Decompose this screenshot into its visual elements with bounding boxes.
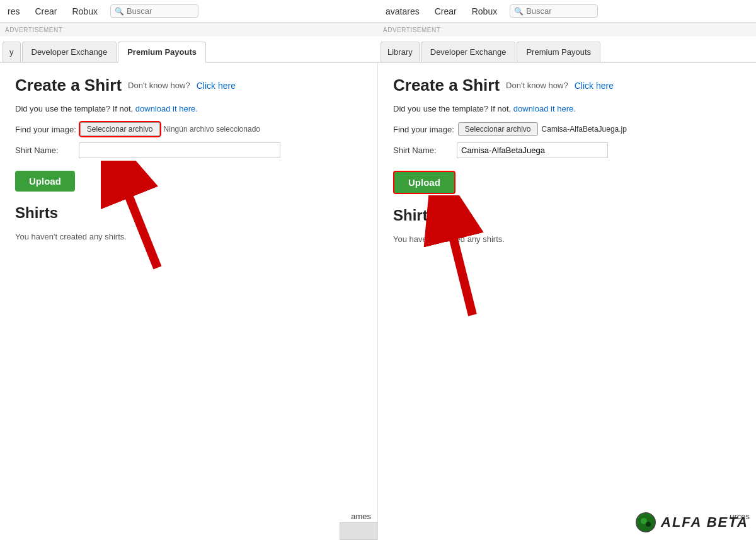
left-shirt-name-label: Shirt Name:	[15, 146, 75, 155]
nav-item-avatares[interactable]: avatares	[383, 3, 422, 20]
ad-label-left: ADVERTISEMENT	[0, 26, 378, 33]
left-shirt-name-row: Shirt Name:	[15, 142, 362, 158]
watermark: ALFA BETA	[636, 512, 748, 532]
svg-line-3	[447, 214, 472, 315]
right-template-line: Did you use the template? If not, downlo…	[393, 104, 741, 113]
search-box-right[interactable]: 🔍	[510, 4, 598, 18]
tab-developer-exchange-left[interactable]: Developer Exchange	[22, 42, 117, 62]
nav-bar: res Crear Robux 🔍 avatares Crear Robux 🔍	[0, 0, 756, 23]
left-template-link[interactable]: download it here.	[135, 104, 198, 113]
left-upload-button[interactable]: Upload	[15, 171, 75, 192]
search-box-left[interactable]: 🔍	[110, 4, 198, 18]
right-panel: Create a Shirt Don't know how? Click her…	[378, 63, 756, 540]
right-shirt-name-row: Shirt Name:	[393, 142, 741, 158]
right-click-here-link[interactable]: Click here	[575, 81, 614, 91]
right-upload-button[interactable]: Upload	[393, 171, 455, 194]
left-no-shirts-text: You haven't created any shirts.	[15, 232, 362, 241]
nav-item-res[interactable]: res	[5, 3, 22, 20]
right-find-image-label: Find your image:	[393, 125, 454, 134]
right-find-image-row: Find your image: Seleccionar archivo Cam…	[393, 122, 741, 136]
left-shirt-name-input[interactable]	[79, 142, 280, 158]
bottom-left-box	[340, 522, 377, 540]
bottom-left-partial: ames	[351, 512, 371, 521]
left-file-select-button[interactable]: Seleccionar archivo	[80, 122, 160, 136]
watermark-text: ALFA BETA	[661, 514, 748, 531]
nav-right: avatares Crear Robux 🔍	[378, 3, 756, 20]
main-area: Create a Shirt Don't know how? Click her…	[0, 63, 756, 540]
tab-library-right[interactable]: Library	[381, 42, 420, 62]
search-input-left[interactable]	[127, 6, 190, 16]
nav-item-robux-left[interactable]: Robux	[69, 3, 100, 20]
search-icon-right: 🔍	[514, 7, 524, 16]
left-click-here-link[interactable]: Click here	[197, 81, 236, 91]
nav-left: res Crear Robux 🔍	[0, 3, 378, 20]
search-icon-left: 🔍	[115, 7, 124, 16]
right-create-title: Create a Shirt	[393, 76, 500, 95]
right-file-select-button[interactable]: Seleccionar archivo	[458, 122, 538, 136]
left-no-file-text: Ningún archivo seleccionado	[164, 125, 260, 134]
tab-developer-exchange-right[interactable]: Developer Exchange	[421, 42, 516, 62]
left-shirts-title: Shirts	[15, 204, 362, 222]
ad-label-right: ADVERTISEMENT	[378, 26, 756, 33]
right-no-shirts-text: You haven't created any shirts.	[393, 234, 741, 244]
left-find-image-label: Find your image:	[15, 125, 76, 134]
tabs-bar: y Developer Exchange Premium Payouts Lib…	[0, 37, 756, 63]
left-template-line: Did you use the template? If not, downlo…	[15, 104, 362, 113]
watermark-logo	[636, 512, 656, 532]
tab-premium-payouts-right[interactable]: Premium Payouts	[517, 42, 600, 62]
left-create-title: Create a Shirt	[15, 76, 122, 95]
left-panel: Create a Shirt Don't know how? Click her…	[0, 63, 378, 540]
tab-premium-payouts-left[interactable]: Premium Payouts	[118, 42, 206, 63]
ad-bar: ADVERTISEMENT ADVERTISEMENT	[0, 23, 756, 37]
left-find-image-row: Find your image: Seleccionar archivo Nin…	[15, 122, 362, 136]
right-shirt-name-input[interactable]	[457, 142, 608, 158]
right-dont-know: Don't know how?	[506, 81, 568, 90]
svg-point-6	[646, 522, 651, 527]
left-create-header: Create a Shirt Don't know how? Click her…	[15, 76, 362, 95]
nav-item-crear-right[interactable]: Crear	[432, 3, 459, 20]
right-shirt-name-label: Shirt Name:	[393, 146, 453, 155]
left-dont-know: Don't know how?	[128, 81, 190, 90]
right-create-header: Create a Shirt Don't know how? Click her…	[393, 76, 741, 95]
nav-item-robux-right[interactable]: Robux	[469, 3, 500, 20]
nav-item-crear-left[interactable]: Crear	[32, 3, 59, 20]
search-input-right[interactable]	[526, 6, 589, 16]
tab-partial-left[interactable]: y	[3, 42, 21, 62]
tabs-left: y Developer Exchange Premium Payouts	[0, 42, 378, 62]
right-shirts-title: Shirts	[393, 207, 741, 224]
tabs-right: Library Developer Exchange Premium Payou…	[378, 42, 756, 62]
right-file-name-text: Camisa-AlfaBetaJuega.jp	[542, 125, 627, 134]
right-template-link[interactable]: download it here.	[513, 104, 576, 113]
